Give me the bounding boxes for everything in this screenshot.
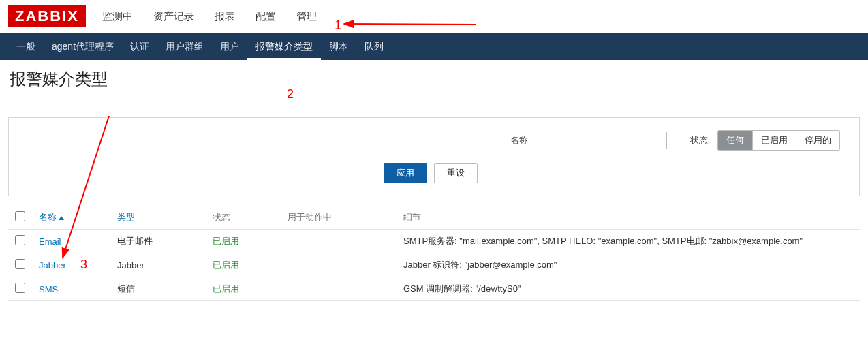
toggle-disabled[interactable]: 停用的 [796, 131, 839, 150]
table-header-row: 名称 类型 状态 用于动作中 细节 [8, 206, 860, 230]
subnav-mediatypes[interactable]: 报警媒介类型 [247, 33, 321, 60]
primary-nav: 监测中 资产记录 报表 配置 管理 [98, 7, 321, 26]
nav-admin[interactable]: 管理 [292, 7, 321, 26]
media-used [281, 230, 397, 253]
col-type[interactable]: 类型 [110, 206, 206, 230]
filter-actions: 应用 重设 [21, 163, 840, 183]
filter-row: 名称 状态 任何 已启用 停用的 [21, 130, 840, 151]
status-toggle-link[interactable]: 已启用 [213, 283, 239, 294]
toggle-any[interactable]: 任何 [718, 131, 752, 150]
subnav-users[interactable]: 用户 [212, 33, 247, 60]
media-type: 电子邮件 [110, 230, 206, 253]
row-checkbox[interactable] [15, 283, 25, 293]
secondary-nav: 一般 agent代理程序 认证 用户群组 用户 报警媒介类型 脚本 队列 [0, 33, 868, 60]
media-types-table: 名称 类型 状态 用于动作中 细节 Email 电子邮件 已启用 SMTP服务器… [8, 206, 860, 301]
media-used [281, 253, 397, 277]
filter-panel: 名称 状态 任何 已启用 停用的 应用 重设 [8, 117, 860, 196]
reset-button[interactable]: 重设 [434, 163, 478, 183]
subnav-auth[interactable]: 认证 [122, 33, 157, 60]
apply-button[interactable]: 应用 [384, 163, 427, 183]
media-type: Jabber [110, 253, 206, 277]
table-row: SMS 短信 已启用 GSM 调制解调器: "/dev/ttyS0" [8, 277, 860, 301]
logo: ZABBIX [8, 5, 86, 27]
row-checkbox[interactable] [15, 259, 25, 269]
col-name[interactable]: 名称 [32, 206, 110, 230]
media-used [281, 277, 397, 301]
status-toggle-link[interactable]: 已启用 [213, 236, 239, 246]
select-all-checkbox[interactable] [15, 211, 25, 221]
subnav-queue[interactable]: 队列 [356, 33, 392, 60]
top-header: ZABBIX 监测中 资产记录 报表 配置 管理 [0, 0, 868, 33]
media-name-link[interactable]: Email [39, 236, 61, 247]
subnav-general[interactable]: 一般 [8, 33, 44, 60]
table-row: Jabber Jabber 已启用 Jabber 标识符: "jabber@ex… [8, 253, 860, 277]
media-details: SMTP服务器: "mail.example.com", SMTP HELO: … [397, 230, 860, 253]
col-details: 细节 [397, 206, 860, 230]
media-type: 短信 [110, 277, 206, 301]
filter-name-label: 名称 [510, 134, 528, 146]
sort-asc-icon [59, 216, 64, 220]
media-details: Jabber 标识符: "jabber@example.com" [397, 253, 860, 277]
filter-name-input[interactable] [538, 132, 667, 149]
col-name-label: 名称 [39, 212, 57, 222]
nav-monitor[interactable]: 监测中 [98, 7, 137, 26]
col-used: 用于动作中 [281, 206, 397, 230]
nav-inventory[interactable]: 资产记录 [149, 7, 198, 26]
media-name-link[interactable]: SMS [39, 284, 58, 294]
toggle-enabled[interactable]: 已启用 [752, 131, 796, 150]
media-details: GSM 调制解调器: "/dev/ttyS0" [397, 277, 860, 301]
subnav-scripts[interactable]: 脚本 [321, 33, 356, 60]
subnav-usergroups[interactable]: 用户群组 [157, 33, 212, 60]
col-status: 状态 [206, 206, 281, 230]
filter-status-label: 状态 [690, 134, 708, 146]
subnav-proxy[interactable]: agent代理程序 [44, 33, 122, 60]
status-toggle-group: 任何 已启用 停用的 [717, 130, 840, 151]
table-row: Email 电子邮件 已启用 SMTP服务器: "mail.example.co… [8, 230, 860, 253]
nav-reports[interactable]: 报表 [211, 7, 239, 26]
media-name-link[interactable]: Jabber [39, 260, 66, 271]
page-title: 报警媒介类型 [0, 60, 868, 98]
nav-config[interactable]: 配置 [251, 7, 280, 26]
status-toggle-link[interactable]: 已启用 [213, 260, 239, 270]
row-checkbox[interactable] [15, 235, 25, 245]
